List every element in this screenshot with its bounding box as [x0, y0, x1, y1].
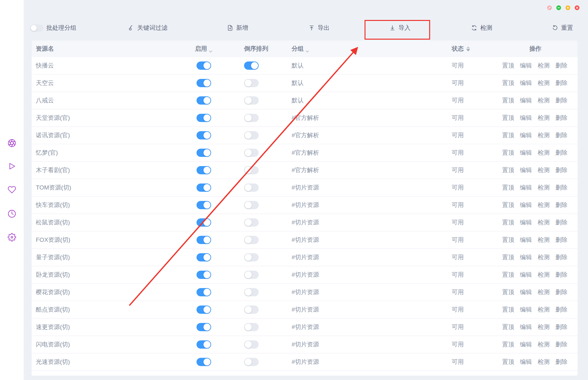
- action-edit-link[interactable]: 编辑: [520, 306, 532, 314]
- reverse-toggle[interactable]: [244, 184, 259, 192]
- header-status[interactable]: 状态: [452, 41, 470, 57]
- action-edit-link[interactable]: 编辑: [520, 61, 532, 70]
- action-check-link[interactable]: 检测: [538, 340, 550, 349]
- enable-toggle[interactable]: [197, 96, 211, 105]
- action-delete-link[interactable]: 删除: [555, 184, 567, 192]
- action-check-link[interactable]: 检测: [538, 149, 550, 157]
- reverse-toggle[interactable]: [244, 96, 259, 105]
- batch-group-toggle[interactable]: [30, 24, 43, 32]
- pin-icon[interactable]: [547, 5, 552, 10]
- action-edit-link[interactable]: 编辑: [520, 201, 532, 209]
- action-edit-link[interactable]: 编辑: [520, 131, 532, 139]
- action-edit-link[interactable]: 编辑: [520, 79, 532, 87]
- action-pin-top-link[interactable]: 置顶: [502, 131, 514, 139]
- action-edit-link[interactable]: 编辑: [520, 323, 532, 331]
- enable-toggle[interactable]: [197, 218, 211, 227]
- export-button[interactable]: 导出: [308, 19, 330, 37]
- action-check-link[interactable]: 检测: [538, 201, 550, 209]
- action-delete-link[interactable]: 删除: [555, 218, 567, 227]
- minus-icon[interactable]: [556, 5, 561, 10]
- action-check-link[interactable]: 检测: [538, 306, 550, 314]
- action-delete-link[interactable]: 删除: [555, 236, 567, 244]
- action-pin-top-link[interactable]: 置顶: [502, 201, 514, 209]
- action-pin-top-link[interactable]: 置顶: [502, 288, 514, 296]
- reverse-toggle[interactable]: [244, 201, 259, 209]
- action-edit-link[interactable]: 编辑: [520, 184, 532, 192]
- action-check-link[interactable]: 检测: [538, 61, 550, 70]
- action-pin-top-link[interactable]: 置顶: [502, 218, 514, 227]
- action-pin-top-link[interactable]: 置顶: [502, 271, 514, 279]
- plus-icon[interactable]: [565, 5, 570, 10]
- action-pin-top-link[interactable]: 置顶: [502, 358, 514, 366]
- action-check-link[interactable]: 检测: [538, 96, 550, 105]
- action-delete-link[interactable]: 删除: [555, 114, 567, 122]
- action-delete-link[interactable]: 删除: [555, 61, 567, 70]
- play-icon[interactable]: [8, 162, 16, 171]
- action-edit-link[interactable]: 编辑: [520, 271, 532, 279]
- enable-toggle[interactable]: [197, 271, 211, 279]
- action-pin-top-link[interactable]: 置顶: [502, 79, 514, 87]
- action-pin-top-link[interactable]: 置顶: [502, 149, 514, 157]
- reverse-toggle[interactable]: [244, 323, 259, 331]
- action-check-link[interactable]: 检测: [538, 358, 550, 366]
- action-pin-top-link[interactable]: 置顶: [502, 166, 514, 174]
- check-button[interactable]: 检测: [471, 19, 492, 37]
- enable-toggle[interactable]: [197, 340, 211, 349]
- action-pin-top-link[interactable]: 置顶: [502, 323, 514, 331]
- action-check-link[interactable]: 检测: [538, 218, 550, 227]
- action-delete-link[interactable]: 删除: [555, 166, 567, 174]
- reverse-toggle[interactable]: [244, 340, 259, 349]
- reset-button[interactable]: 重置: [552, 19, 573, 37]
- add-button[interactable]: 新增: [227, 19, 248, 37]
- action-pin-top-link[interactable]: 置顶: [502, 96, 514, 105]
- action-delete-link[interactable]: 删除: [555, 253, 567, 261]
- reverse-toggle[interactable]: [244, 253, 259, 261]
- action-pin-top-link[interactable]: 置顶: [502, 184, 514, 192]
- reverse-toggle[interactable]: [244, 271, 259, 279]
- header-enabled[interactable]: 启用: [195, 41, 212, 57]
- reverse-toggle[interactable]: [244, 288, 259, 296]
- action-edit-link[interactable]: 编辑: [520, 114, 532, 122]
- enable-toggle[interactable]: [197, 236, 211, 244]
- action-delete-link[interactable]: 删除: [555, 306, 567, 314]
- reverse-toggle[interactable]: [244, 79, 259, 87]
- action-edit-link[interactable]: 编辑: [520, 218, 532, 227]
- action-delete-link[interactable]: 删除: [555, 288, 567, 296]
- enable-toggle[interactable]: [197, 166, 211, 174]
- action-delete-link[interactable]: 删除: [555, 323, 567, 331]
- action-delete-link[interactable]: 删除: [555, 131, 567, 139]
- enable-toggle[interactable]: [197, 114, 211, 122]
- reverse-toggle[interactable]: [244, 149, 259, 157]
- reverse-toggle[interactable]: [244, 131, 259, 139]
- reverse-toggle[interactable]: [244, 166, 259, 174]
- enable-toggle[interactable]: [197, 323, 211, 331]
- action-delete-link[interactable]: 删除: [555, 201, 567, 209]
- action-pin-top-link[interactable]: 置顶: [502, 236, 514, 244]
- action-check-link[interactable]: 检测: [538, 236, 550, 244]
- action-check-link[interactable]: 检测: [538, 288, 550, 296]
- import-button[interactable]: 导入: [389, 19, 410, 37]
- action-pin-top-link[interactable]: 置顶: [502, 253, 514, 261]
- enable-toggle[interactable]: [197, 149, 211, 157]
- action-check-link[interactable]: 检测: [538, 166, 550, 174]
- close-icon[interactable]: [575, 5, 579, 10]
- action-delete-link[interactable]: 删除: [555, 271, 567, 279]
- action-check-link[interactable]: 检测: [538, 79, 550, 87]
- enable-toggle[interactable]: [197, 79, 211, 87]
- aperture-icon[interactable]: [8, 139, 16, 147]
- reverse-toggle[interactable]: [244, 218, 259, 227]
- action-edit-link[interactable]: 编辑: [520, 96, 532, 105]
- action-edit-link[interactable]: 编辑: [520, 149, 532, 157]
- reverse-toggle[interactable]: [244, 306, 259, 314]
- keyword-filter-button[interactable]: 关键词过滤: [128, 19, 167, 37]
- enable-toggle[interactable]: [197, 288, 211, 296]
- action-edit-link[interactable]: 编辑: [520, 358, 532, 366]
- action-pin-top-link[interactable]: 置顶: [502, 114, 514, 122]
- action-edit-link[interactable]: 编辑: [520, 166, 532, 174]
- action-check-link[interactable]: 检测: [538, 323, 550, 331]
- enable-toggle[interactable]: [197, 184, 211, 192]
- reverse-toggle[interactable]: [244, 61, 259, 70]
- enable-toggle[interactable]: [197, 253, 211, 261]
- action-pin-top-link[interactable]: 置顶: [502, 61, 514, 70]
- action-edit-link[interactable]: 编辑: [520, 288, 532, 296]
